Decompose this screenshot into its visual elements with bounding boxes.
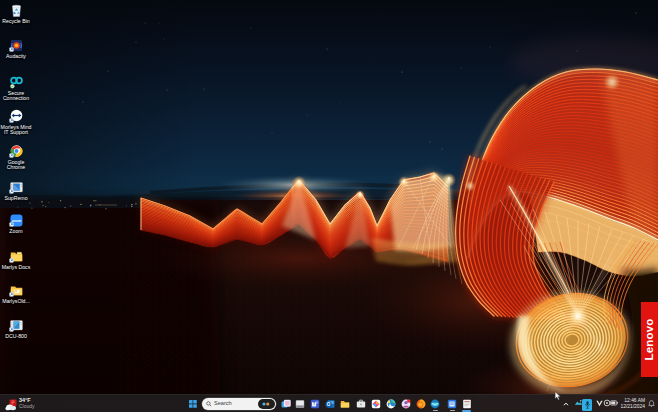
svg-text:O: O — [327, 402, 331, 407]
